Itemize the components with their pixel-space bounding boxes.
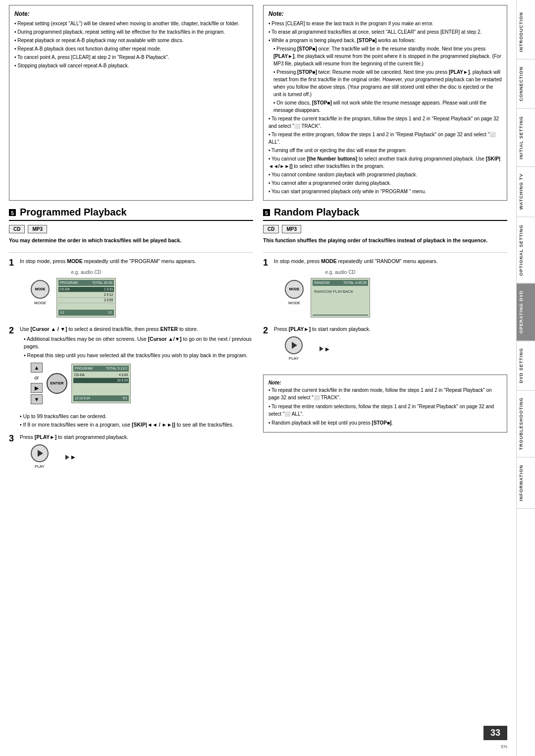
sidebar-information: INFORMATION (517, 458, 535, 509)
step-num: 2 (263, 325, 271, 336)
random-note-box: Note: To repeat the current track/file i… (263, 375, 507, 432)
programmed-playback-section: 5 Programmed Playback CD MP3 You may det… (9, 207, 253, 751)
step-3-illustration: PLAY ▶ (31, 444, 253, 470)
page-number: 33 (483, 726, 507, 740)
arrow-up-button[interactable]: ▲ (31, 363, 43, 373)
screen-header: PROGRAMTOTAL 00:00 (58, 280, 114, 286)
mode-label: MODE (34, 300, 46, 306)
play-button-programmed[interactable] (31, 444, 49, 462)
checkbox-icon-random: 5 (263, 209, 270, 216)
step-1-random-illustration: MODE MODE e.g. audio CD RANDOMTOTAL 4:45… (285, 269, 507, 318)
screen-random-1: RANDOMTOTAL 4:45:35 RANDOM PLAYBACK (311, 278, 370, 318)
screen-footer: 1/11/1 (58, 310, 114, 316)
list-item: Turning off the unit or ejecting the dis… (268, 147, 502, 154)
step-num: 1 (263, 258, 271, 269)
sidebar-dvd-setting: DVD SETTING (517, 341, 535, 391)
arrow-down-button[interactable]: ▼ (31, 394, 43, 404)
list-item: To cancel point A, press [CLEAR] at step… (14, 54, 248, 61)
or-label: or (35, 374, 39, 381)
top-note-left: Note: Repeat setting (except "ALL") will… (9, 5, 253, 201)
sidebar: INTRODUCTION CONNECTION INITIAL SETTING … (516, 0, 535, 756)
random-playback-title: 5 Random Playback (263, 207, 507, 221)
programmed-intro: You may determine the order in which tra… (9, 237, 253, 243)
step-1-content: In stop mode, press MODE repeatedly unti… (20, 258, 253, 321)
badge-mp3-random: MP3 (282, 225, 301, 233)
step-1-programmed: 1 In stop mode, press MODE repeatedly un… (9, 258, 253, 321)
eg-label: e.g. audio CD (71, 269, 101, 276)
random-intro: This function shuffles the playing order… (263, 237, 507, 243)
bullet-item: • Up to 99 tracks/files can be ordered. (20, 412, 253, 421)
page-en: EN (483, 744, 507, 749)
top-note-right: Note: Press [CLEAR] to erase the last tr… (263, 5, 507, 201)
top-note-right-list: Press [CLEAR] to erase the last track in… (268, 20, 502, 195)
divider (9, 252, 253, 253)
enter-button[interactable]: ENTER (47, 373, 67, 394)
screen-footer: 12:10 6:245/1 (73, 395, 129, 401)
checkbox-icon: 5 (9, 209, 16, 216)
step-num: 3 (9, 433, 17, 444)
random-playback-label: Random Playback (274, 207, 359, 218)
list-item: Press [CLEAR] to erase the last track in… (268, 20, 502, 27)
badge-cd-random: CD (263, 225, 279, 233)
play-button-random[interactable] (285, 336, 303, 354)
screen-random-text: RANDOM PLAYBACK (313, 287, 368, 297)
play-label-random: PLAY (289, 356, 299, 362)
list-item: To repeat the current track/file in the … (268, 386, 502, 401)
list-item: You cannot use [the Number buttons] to s… (268, 155, 502, 170)
screen-program-1: PROGRAMTOTAL 00:00 CD-DA1 3:31 2 4:12 3 … (56, 278, 116, 318)
sidebar-connection: CONNECTION (517, 59, 535, 109)
mode-button[interactable]: MODE (31, 280, 50, 299)
top-notes-row: Note: Repeat setting (except "ALL") will… (9, 5, 507, 201)
list-item: You can start programmed playback only w… (268, 188, 502, 195)
right-arrow-button[interactable]: ▶ (31, 383, 43, 393)
sidebar-introduction: INTRODUCTION (517, 5, 535, 59)
screen-row: CD-DA1 3:31 (58, 287, 114, 292)
step-2-programmed: 2 Use [Cursor ▲ / ▼] to select a desired… (9, 325, 253, 407)
list-item: Repeat A-B playback does not function du… (14, 45, 248, 53)
random-playback-section: 5 Random Playback CD MP3 This function s… (263, 207, 507, 751)
step-2-subbullets: Additional tracks/files may be on other … (20, 335, 253, 360)
list-item: Random playback will be kept until you p… (268, 419, 502, 427)
screen-header: PROGRAMTOTAL 5:19:2 (73, 366, 129, 372)
play-arrow-random: ▶ (320, 345, 329, 353)
top-note-left-list: Repeat setting (except "ALL") will be cl… (14, 20, 248, 69)
step-2-random-illustration: PLAY ▶ (285, 336, 507, 362)
sidebar-operating-dvd: OPERATING DVD (517, 283, 535, 341)
step-2-illustration: ▲ or ▶ ▼ ENTER PROGRAMTOTAL 5:19:2 CD (31, 363, 253, 404)
divider-random (263, 252, 507, 253)
step-3-programmed: 3 Press [PLAY►] to start programmed play… (9, 433, 253, 473)
step-2-random: 2 Press [PLAY►] to start random playback… (263, 325, 507, 365)
list-item-dash: Pressing [STOP■] twice: Resume mode will… (268, 68, 502, 98)
play-label: PLAY (35, 464, 45, 470)
list-item: You cannot alter a programmed order duri… (268, 179, 502, 187)
screen-row: 3 3:55 (58, 298, 114, 303)
sidebar-initial-setting: INITIAL SETTING (517, 109, 535, 167)
programmed-playback-label: Programmed Playback (20, 207, 127, 218)
screen-row: 10 4:24 (73, 378, 129, 383)
top-note-right-title: Note: (268, 9, 502, 18)
mode-button-random[interactable]: MODE (285, 280, 304, 299)
list-item: During programmed playback, repeat setti… (14, 28, 248, 36)
screen-footer-random (313, 315, 368, 316)
list-item-dash: On some discs, [STOP■] will not work whi… (268, 99, 502, 114)
page-number-area: 33 EN (263, 726, 507, 751)
step-3-content: Press [PLAY►] to start programmed playba… (20, 433, 253, 473)
list-item: While a program is being played back, [S… (268, 37, 502, 44)
badge-cd: CD (9, 225, 25, 233)
sidebar-optional-setting: OPTIONAL SETTING (517, 217, 535, 283)
list-item: To erase all programmed tracks/files at … (268, 28, 502, 36)
list-item: Repeat playback or repeat A-B playback m… (14, 37, 248, 44)
list-item-dash: Pressing [STOP■] once: The track/file wi… (268, 45, 502, 67)
extra-bullets: • Up to 99 tracks/files can be ordered. … (20, 412, 253, 429)
list-item: To repeat the entire random selections, … (268, 403, 502, 418)
two-col-sections: 5 Programmed Playback CD MP3 You may det… (9, 207, 507, 751)
play-arrow-right: ▶ (65, 453, 75, 461)
screen-row: 2 4:12 (58, 292, 114, 298)
random-note-list: To repeat the current track/file in the … (268, 386, 502, 427)
main-content: Note: Repeat setting (except "ALL") will… (0, 0, 516, 756)
eg-label-random: e.g. audio CD (325, 269, 355, 276)
list-item: To repeat the current track/file in the … (268, 115, 502, 130)
disc-badges-random: CD MP3 (263, 225, 507, 233)
sidebar-troubleshooting: TROUBLESHOOTING (517, 390, 535, 458)
bullet-item: • If 8 or more tracks/files were in a pr… (20, 421, 253, 429)
